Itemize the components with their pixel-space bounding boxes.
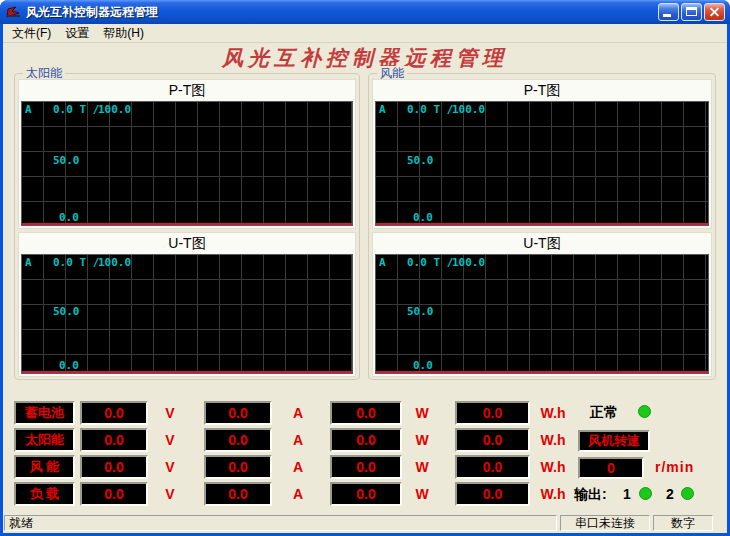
normal-indicator-icon bbox=[638, 405, 651, 418]
time-scale-label: 0.0 T / bbox=[53, 257, 99, 269]
energy-value: 0.0 bbox=[455, 428, 530, 452]
voltage-unit: V bbox=[153, 432, 187, 448]
fan-speed-label: 风机转速 bbox=[578, 430, 650, 452]
wind-pt-section: P-T图 A 0.0 T / 100.0 50.0 0.0 bbox=[372, 79, 712, 229]
power-value: 0.0 bbox=[330, 482, 402, 506]
window-body: 文件(F) 设置 帮助(H) 风光互补控制器远程管理 太阳能 P-T图 A 0.… bbox=[3, 24, 727, 533]
fan-speed-unit: r/min bbox=[655, 459, 694, 475]
status-num-mode: 数字 bbox=[653, 515, 713, 531]
channel-label: A bbox=[379, 257, 386, 269]
minimize-button[interactable] bbox=[658, 3, 679, 21]
status-ready: 就绪 bbox=[4, 515, 557, 531]
zero-trace-line bbox=[376, 371, 708, 373]
solar-ut-section: U-T图 A 0.0 T / 100.0 50.0 0.0 bbox=[18, 232, 356, 377]
load-row: 负 载 0.0 V 0.0 A 0.0 W 0.0 W.h bbox=[3, 482, 727, 506]
window-title: 风光互补控制器远程管理 bbox=[26, 4, 658, 21]
wind-ut-title: U-T图 bbox=[373, 233, 711, 254]
current-unit: A bbox=[281, 432, 315, 448]
current-value: 0.0 bbox=[204, 428, 272, 452]
menu-file[interactable]: 文件(F) bbox=[5, 24, 58, 43]
voltage-value: 0.0 bbox=[80, 401, 148, 425]
menu-settings[interactable]: 设置 bbox=[58, 24, 96, 43]
wind-groupbox: 风能 P-T图 A 0.0 T / 100.0 50.0 0.0 U-T图 bbox=[368, 73, 716, 380]
channel-label: A bbox=[379, 104, 386, 116]
solar-groupbox: 太阳能 P-T图 A 0.0 T / 100.0 50.0 0.0 U-T图 bbox=[14, 73, 360, 380]
title-bar: 风光互补控制器远程管理 bbox=[0, 0, 730, 24]
output2-indicator-icon bbox=[681, 487, 694, 500]
wind-caption: 风能 bbox=[377, 66, 407, 80]
channel-label: A bbox=[25, 257, 32, 269]
time-scale-label: 0.0 T / bbox=[53, 104, 99, 116]
zero-trace-line bbox=[376, 223, 708, 225]
row-label: 风 能 bbox=[14, 455, 75, 479]
row-label: 负 载 bbox=[14, 482, 75, 506]
output1-indicator-icon bbox=[639, 487, 652, 500]
voltage-unit: V bbox=[153, 459, 187, 475]
power-unit: W bbox=[403, 432, 441, 448]
output2-label: 2 bbox=[666, 486, 674, 502]
solar-pt-chart: A 0.0 T / 100.0 50.0 0.0 bbox=[21, 101, 353, 226]
energy-value: 0.0 bbox=[455, 455, 530, 479]
solar-ut-title: U-T图 bbox=[19, 233, 355, 254]
normal-status-label: 正常 bbox=[590, 404, 618, 422]
current-unit: A bbox=[281, 459, 315, 475]
current-value: 0.0 bbox=[204, 455, 272, 479]
y-mid-label: 50.0 bbox=[53, 155, 80, 167]
maximize-icon bbox=[686, 7, 697, 16]
solar-pt-title: P-T图 bbox=[19, 80, 355, 101]
current-unit: A bbox=[281, 486, 315, 502]
zero-trace-line bbox=[22, 223, 352, 225]
y-max-label: 100.0 bbox=[452, 257, 485, 269]
power-value: 0.0 bbox=[330, 401, 402, 425]
y-max-label: 100.0 bbox=[452, 104, 485, 116]
solar-ut-chart: A 0.0 T / 100.0 50.0 0.0 bbox=[21, 254, 353, 374]
current-unit: A bbox=[281, 405, 315, 421]
time-scale-label: 0.0 T / bbox=[407, 104, 453, 116]
energy-unit: W.h bbox=[531, 405, 575, 421]
fan-speed-value: 0 bbox=[578, 457, 644, 479]
power-unit: W bbox=[403, 486, 441, 502]
current-value: 0.0 bbox=[204, 401, 272, 425]
voltage-value: 0.0 bbox=[80, 428, 148, 452]
y-mid-label: 50.0 bbox=[407, 306, 434, 318]
minimize-icon bbox=[663, 14, 671, 17]
voltage-value: 0.0 bbox=[80, 482, 148, 506]
wind-pt-title: P-T图 bbox=[373, 80, 711, 101]
wind-pt-chart: A 0.0 T / 100.0 50.0 0.0 bbox=[375, 101, 709, 226]
client-area: 风光互补控制器远程管理 太阳能 P-T图 A 0.0 T / 100.0 50.… bbox=[3, 43, 727, 513]
wind-ut-section: U-T图 A 0.0 T / 100.0 50.0 0.0 bbox=[372, 232, 712, 377]
power-unit: W bbox=[403, 405, 441, 421]
voltage-value: 0.0 bbox=[80, 455, 148, 479]
current-value: 0.0 bbox=[204, 482, 272, 506]
wind-ut-chart: A 0.0 T / 100.0 50.0 0.0 bbox=[375, 254, 709, 374]
close-button[interactable] bbox=[704, 3, 725, 21]
y-mid-label: 50.0 bbox=[53, 306, 80, 318]
y-max-label: 100.0 bbox=[98, 104, 131, 116]
y-max-label: 100.0 bbox=[98, 257, 131, 269]
window-controls bbox=[658, 3, 725, 21]
zero-trace-line bbox=[22, 371, 352, 373]
power-value: 0.0 bbox=[330, 428, 402, 452]
y-mid-label: 50.0 bbox=[407, 155, 434, 167]
energy-value: 0.0 bbox=[455, 482, 530, 506]
time-scale-label: 0.0 T / bbox=[407, 257, 453, 269]
app-window: 风光互补控制器远程管理 文件(F) 设置 帮助(H) 风光互补控制器远程管理 太… bbox=[0, 0, 730, 536]
menu-help[interactable]: 帮助(H) bbox=[96, 24, 151, 43]
channel-label: A bbox=[25, 104, 32, 116]
row-label: 太阳能 bbox=[14, 428, 75, 452]
battery-row: 蓄电池 0.0 V 0.0 A 0.0 W 0.0 W.h bbox=[3, 401, 727, 425]
close-icon bbox=[705, 4, 724, 20]
status-serial-connection: 串口未连接 bbox=[560, 515, 650, 531]
solar-pt-section: P-T图 A 0.0 T / 100.0 50.0 0.0 bbox=[18, 79, 356, 229]
readings-table: 蓄电池 0.0 V 0.0 A 0.0 W 0.0 W.h 太阳能 0.0 V … bbox=[3, 401, 727, 506]
energy-unit: W.h bbox=[531, 432, 575, 448]
output1-label: 1 bbox=[623, 486, 631, 502]
energy-value: 0.0 bbox=[455, 401, 530, 425]
energy-unit: W.h bbox=[531, 459, 575, 475]
power-value: 0.0 bbox=[330, 455, 402, 479]
maximize-button[interactable] bbox=[681, 3, 702, 21]
energy-unit: W.h bbox=[531, 486, 575, 502]
page-title: 风光互补控制器远程管理 bbox=[3, 44, 727, 72]
output-label: 输出: bbox=[574, 486, 607, 504]
voltage-unit: V bbox=[153, 486, 187, 502]
